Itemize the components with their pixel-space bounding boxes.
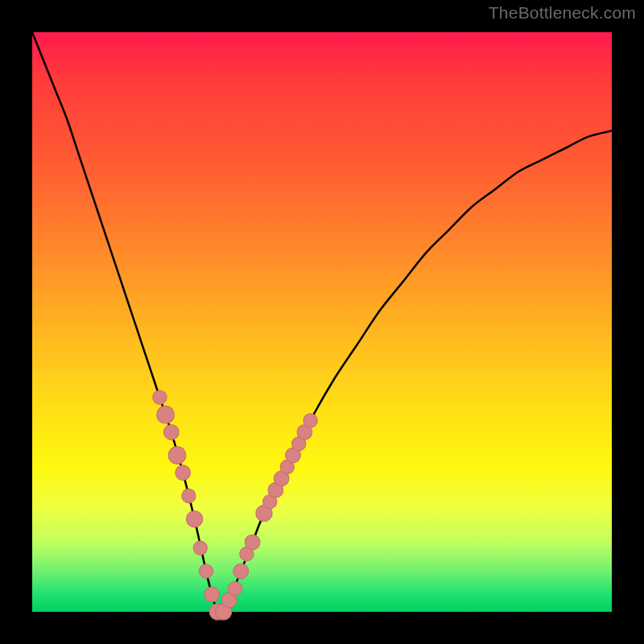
curve-marker [204, 587, 220, 602]
curve-marker [193, 541, 207, 555]
curve-marker [187, 511, 203, 527]
curve-marker [199, 564, 213, 578]
chart-root: TheBottleneck.com [0, 0, 644, 644]
curve-marker [182, 489, 196, 502]
watermark-text: TheBottleneck.com [489, 3, 636, 23]
markers-group [153, 390, 317, 620]
curve-marker [245, 535, 260, 550]
curve-marker [168, 447, 186, 464]
curve-marker [175, 465, 191, 481]
curve-marker [303, 414, 317, 427]
curve-marker [233, 564, 249, 579]
bottleneck-curve [32, 32, 612, 613]
curve-marker [157, 406, 175, 423]
curve-svg [32, 32, 612, 612]
curve-marker [228, 582, 242, 596]
curve-marker [163, 424, 179, 440]
plot-area [32, 32, 612, 612]
curve-marker [153, 390, 167, 404]
